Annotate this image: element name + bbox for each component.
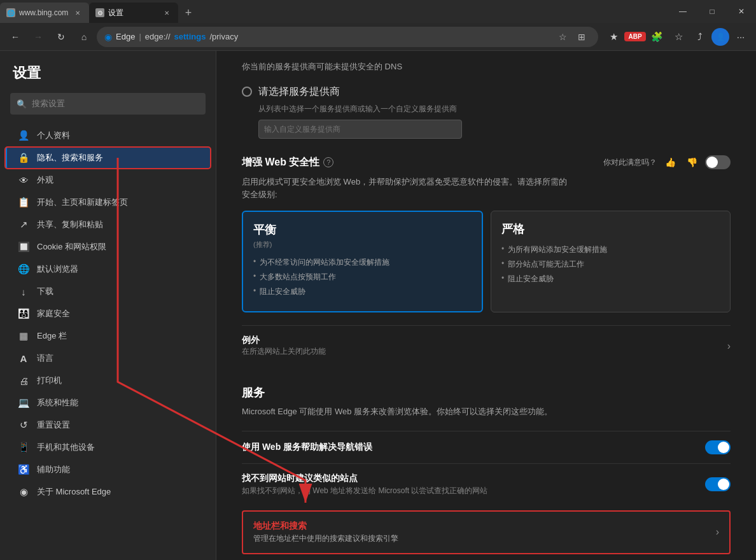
services-title: 服务 (242, 385, 731, 400)
tab-bing-close[interactable]: ✕ (73, 8, 83, 18)
sidebar-item-language[interactable]: A 语言 (5, 347, 211, 369)
tab-settings-favicon: ⚙ (95, 8, 104, 17)
sidebar-item-printer[interactable]: 🖨 打印机 (5, 370, 211, 391)
star-icon[interactable]: ☆ (554, 28, 571, 46)
tab-area: 🌐 www.bing.com ✕ ⚙ 设置 ✕ + (0, 0, 668, 23)
sidebar-item-family-label: 家庭安全 (37, 308, 70, 319)
sidebar-item-accessibility-label: 辅助功能 (37, 464, 70, 475)
toolbar-icons: ★ ABP 🧩 ☆ ⤴ 👤 ··· (603, 27, 751, 47)
home-button[interactable]: ⌂ (74, 27, 94, 47)
service-suggest-sites-info: 找不到网站时建议类似的站点 如果找不到网站，则 Web 地址将发送给 Micro… (242, 473, 705, 496)
tab-settings-close[interactable]: ✕ (162, 8, 172, 18)
new-tab-button[interactable]: + (178, 3, 199, 23)
sidebar-item-share[interactable]: ↗ 共享、复制和粘贴 (5, 214, 211, 235)
star-toolbar-icon[interactable]: ★ (603, 27, 624, 47)
sidebar-item-start[interactable]: 📋 开始、主页和新建标签页 (5, 192, 211, 213)
sidebar-item-printer-label: 打印机 (37, 375, 62, 386)
maximize-button[interactable]: □ (697, 0, 727, 23)
provider-radio-row: 请选择服务提供商 (242, 85, 731, 99)
settings-search[interactable]: 🔍 搜索设置 (10, 93, 206, 115)
collections-icon[interactable]: ⊞ (573, 28, 591, 46)
tab-bing[interactable]: 🌐 www.bing.com ✕ (0, 3, 89, 23)
sidebar-item-privacy-label: 隐私、搜索和服务 (37, 152, 103, 164)
sidebar-item-reset-label: 重置设置 (37, 419, 70, 431)
strict-feature-2: 部分站点可能无法工作 (501, 259, 720, 270)
start-icon: 📋 (18, 197, 29, 208)
sidebar-item-about[interactable]: ◉ 关于 Microsoft Edge (5, 481, 211, 503)
web-security-title: 增强 Web 安全性 (242, 156, 319, 169)
profile-icon: 👤 (18, 130, 29, 141)
service-suggest-sites-toggle[interactable] (705, 477, 731, 491)
exception-chevron: › (727, 340, 731, 352)
tab-settings[interactable]: ⚙ 设置 ✕ (89, 3, 178, 23)
sidebar-item-cookies[interactable]: 🔲 Cookie 和网站权限 (5, 236, 211, 258)
balanced-card-title: 平衡 (253, 222, 472, 237)
sidebar-item-family[interactable]: 👨‍👩‍👧 家庭安全 (5, 303, 211, 325)
sidebar-item-privacy[interactable]: 🔒 隐私、搜索和服务 (5, 147, 211, 169)
service-address-bar-search[interactable]: 地址栏和搜索 管理在地址栏中使用的搜索建议和搜索引擎 › (242, 510, 731, 554)
service-address-bar-info: 地址栏和搜索 管理在地址栏中使用的搜索建议和搜索引擎 (253, 521, 716, 544)
provider-desc: 从列表中选择一个服务提供商或输入一个自定义服务提供商 (258, 104, 731, 115)
more-button[interactable]: ··· (731, 27, 751, 47)
balanced-feature-1: 为不经常访问的网站添加安全缓解措施 (253, 257, 472, 268)
family-icon: 👨‍👩‍👧 (18, 308, 29, 319)
balanced-card-subtitle: (推荐) (253, 240, 472, 249)
address-prefix: edge:// (145, 32, 171, 41)
service-nav-error-toggle[interactable] (705, 440, 731, 454)
extensions-icon[interactable]: 🧩 (647, 27, 667, 47)
sidebar-item-language-label: 语言 (37, 353, 53, 364)
address-bar-chevron: › (716, 526, 719, 538)
provider-label: 请选择服务提供商 (258, 85, 340, 99)
sidebar-item-mobile[interactable]: 📱 手机和其他设备 (5, 437, 211, 458)
thumbs-down-button[interactable]: 👎 (683, 154, 700, 171)
abp-icon[interactable]: ABP (625, 27, 645, 47)
sidebar-item-about-label: 关于 Microsoft Edge (37, 486, 111, 498)
back-button[interactable]: ← (5, 27, 25, 47)
sidebar-item-accessibility[interactable]: ♿ 辅助功能 (5, 459, 211, 480)
language-icon: A (18, 353, 29, 364)
abp-button[interactable]: ABP (624, 32, 645, 41)
provider-input[interactable] (258, 120, 462, 139)
sidebar-item-reset[interactable]: ↺ 重置设置 (5, 414, 211, 436)
exception-info: 例外 在所选网站上关闭此功能 (242, 335, 326, 357)
toggle-knob-2 (718, 479, 729, 490)
close-button[interactable]: ✕ (727, 0, 756, 23)
sidebar-item-system[interactable]: 💻 系统和性能 (5, 392, 211, 414)
sidebar-item-download[interactable]: ↓ 下载 (5, 281, 211, 302)
favorites-icon[interactable]: ☆ (668, 27, 689, 47)
exception-title: 例外 (242, 335, 326, 346)
minimize-button[interactable]: — (668, 0, 697, 23)
service-nav-error: 使用 Web 服务帮助解决导航错误 (242, 431, 731, 463)
cookies-icon: 🔲 (18, 241, 29, 253)
profile-avatar[interactable]: 👤 (711, 28, 729, 46)
sidebar-item-browser[interactable]: 🌐 默认浏览器 (5, 258, 211, 280)
service-suggest-sites: 找不到网站时建议类似的站点 如果找不到网站，则 Web 地址将发送给 Micro… (242, 463, 731, 505)
exception-desc: 在所选网站上关闭此功能 (242, 346, 326, 357)
forward-button[interactable]: → (28, 27, 48, 47)
strict-card-title: 严格 (501, 221, 720, 237)
sidebar-item-edge-bar[interactable]: ▦ Edge 栏 (5, 325, 211, 347)
strict-card-features: 为所有网站添加安全缓解措施 部分站点可能无法工作 阻止安全威胁 (501, 244, 720, 284)
mobile-icon: 📱 (18, 442, 29, 453)
web-security-info-icon[interactable]: ? (323, 157, 333, 167)
content-area: 你当前的服务提供商可能未提供安全的 DNS 请选择服务提供商 从列表中选择一个服… (216, 51, 756, 560)
address-suffix: /privacy (209, 32, 238, 41)
exception-row[interactable]: 例外 在所选网站上关闭此功能 › (242, 325, 731, 366)
balanced-card-features: 为不经常访问的网站添加安全缓解措施 大多数站点按预期工作 阻止安全威胁 (253, 257, 472, 297)
accessibility-icon: ♿ (18, 464, 29, 475)
web-security-toggle[interactable] (705, 155, 731, 169)
tab-settings-label: 设置 (108, 8, 123, 18)
thumbs-up-button[interactable]: 👍 (662, 154, 678, 171)
address-bar[interactable]: ◉ Edge | edge://settings/privacy ☆ ⊞ (97, 27, 598, 47)
security-card-strict[interactable]: 严格 为所有网站添加安全缓解措施 部分站点可能无法工作 阻止安全威胁 (491, 211, 731, 312)
sidebar-item-mobile-label: 手机和其他设备 (37, 442, 95, 453)
sidebar-item-appearance[interactable]: 👁 外观 (5, 169, 211, 191)
address-bar-icons: ☆ ⊞ (554, 28, 591, 46)
provider-radio[interactable] (242, 87, 252, 97)
share-icon[interactable]: ⤴ (690, 27, 710, 47)
security-card-balanced[interactable]: 平衡 (推荐) 为不经常访问的网站添加安全缓解措施 大多数站点按预期工作 阻止安… (242, 211, 483, 312)
refresh-button[interactable]: ↻ (51, 27, 71, 47)
sidebar-item-profile[interactable]: 👤 个人资料 (5, 125, 211, 146)
tab-bing-label: www.bing.com (19, 8, 68, 17)
edge-logo: ◉ (104, 32, 112, 42)
